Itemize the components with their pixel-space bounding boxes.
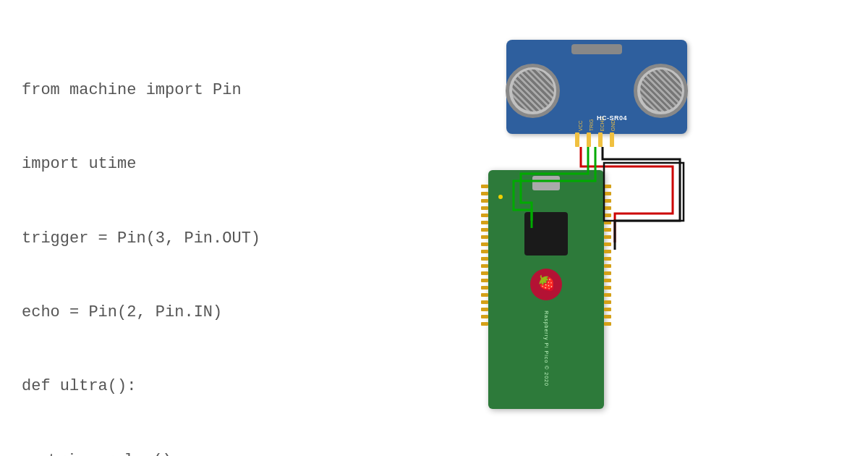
- sensor-eyes: HC-SR04: [506, 64, 688, 118]
- pico-pin-r18: [604, 308, 611, 311]
- pico-pin-l17: [481, 300, 488, 304]
- pico-pin-l11: [481, 257, 488, 261]
- pico-pin-r8: [604, 235, 611, 239]
- pico-pin-r17: [604, 300, 611, 304]
- sensor-pin-gnd: [610, 132, 614, 147]
- sensor-label: HC-SR04: [597, 114, 627, 122]
- code-line-2: import utime: [22, 152, 311, 177]
- pico-pin-r10: [604, 250, 611, 253]
- sensor-eye-left: [506, 64, 560, 118]
- pin-label-trig: TRIG: [589, 117, 594, 131]
- pico-pin-r13: [604, 271, 611, 275]
- pico-pin-l5: [481, 214, 488, 217]
- sensor-eye-right: [634, 64, 688, 118]
- pico-pin-l9: [481, 242, 488, 246]
- circuit-diagram: HC-SR04 VCC TRIG ECHO GND: [448, 25, 752, 431]
- pico-pin-r9: [604, 242, 611, 246]
- pico-pin-l8: [481, 235, 488, 239]
- sensor-top-bar: [571, 44, 622, 54]
- pico-pin-l20: [481, 322, 488, 326]
- pico-pin-r7: [604, 228, 611, 232]
- code-line-5: def ultra():: [22, 374, 311, 399]
- pico-pin-r14: [604, 279, 611, 282]
- sensor-eye-inner-left: [512, 69, 554, 111]
- pico-pin-l2: [481, 192, 488, 195]
- pico-pin-l10: [481, 250, 488, 253]
- pico-pin-r2: [604, 192, 611, 195]
- pico-pin-r6: [604, 221, 611, 224]
- code-block: from machine import Pin import utime tri…: [22, 29, 311, 456]
- diagram-panel: HC-SR04 VCC TRIG ECHO GND: [333, 0, 868, 456]
- pico-pin-l15: [481, 286, 488, 290]
- pico-pin-l19: [481, 315, 488, 318]
- code-line-3: trigger = Pin(3, Pin.OUT): [22, 227, 311, 251]
- pico-pin-l4: [481, 206, 488, 210]
- pin-label-vcc: VCC: [578, 117, 583, 131]
- svg-text:🍓: 🍓: [537, 274, 556, 292]
- sensor-pin-vcc: [575, 132, 579, 147]
- pico-pin-r12: [604, 264, 611, 268]
- gnd-wire: [603, 147, 680, 250]
- pico-pin-r16: [604, 293, 611, 297]
- pico-pin-r3: [604, 199, 611, 203]
- pico-pins-left: [481, 185, 488, 326]
- raspberry-pi-pico: 🍓 Raspberry Pi Pico © 2020: [488, 170, 604, 409]
- wire-junction-box: [604, 163, 684, 221]
- pico-pin-r20: [604, 322, 611, 326]
- pico-led-1: [498, 195, 503, 199]
- pico-pins-right: [604, 185, 611, 326]
- sensor-pin-trig: [587, 132, 591, 147]
- sensor-eye-inner-right: [640, 69, 682, 111]
- pico-main-chip: [524, 212, 568, 256]
- pico-pin-l3: [481, 199, 488, 203]
- code-line-6: trigger.low(): [22, 449, 311, 456]
- pico-pin-l12: [481, 264, 488, 268]
- pico-pin-l7: [481, 228, 488, 232]
- pico-pin-r4: [604, 206, 611, 210]
- pico-pin-r1: [604, 185, 611, 188]
- pico-pin-l13: [481, 271, 488, 275]
- pico-pin-l18: [481, 308, 488, 311]
- code-line-1: from machine import Pin: [22, 78, 311, 103]
- pico-pin-r19: [604, 315, 611, 318]
- code-line-4: echo = Pin(2, Pin.IN): [22, 300, 311, 325]
- pico-pin-r5: [604, 214, 611, 217]
- pico-raspberry-logo: 🍓: [528, 266, 564, 303]
- pico-pin-l1: [481, 185, 488, 188]
- hc-sr04-sensor: HC-SR04 VCC TRIG ECHO GND: [506, 40, 687, 134]
- pico-pin-r11: [604, 257, 611, 261]
- sensor-pins: [575, 132, 614, 147]
- pico-pin-r15: [604, 286, 611, 290]
- pico-board-label: Raspberry Pi Pico © 2020: [544, 311, 549, 387]
- pico-leds: [498, 195, 503, 199]
- pico-pin-l16: [481, 293, 488, 297]
- code-panel: from machine import Pin import utime tri…: [0, 0, 333, 456]
- pico-usb-connector: [532, 176, 560, 190]
- pico-pin-l6: [481, 221, 488, 224]
- sensor-pin-echo: [598, 132, 603, 147]
- pico-pin-l14: [481, 279, 488, 282]
